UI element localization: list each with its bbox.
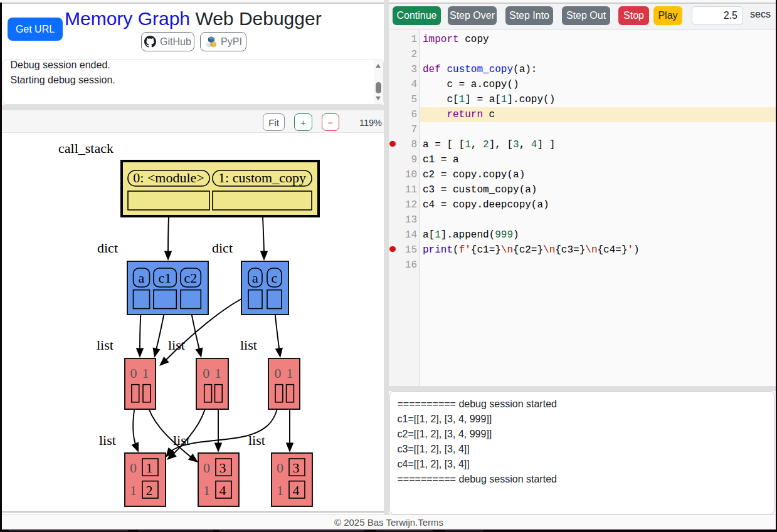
- svg-text:0: <module>: 0: <module>: [133, 170, 204, 185]
- svg-text:1: 1: [287, 365, 293, 381]
- svg-text:3: 3: [293, 460, 300, 476]
- svg-text:c1: c1: [159, 270, 172, 286]
- svg-text:4: 4: [219, 482, 226, 498]
- svg-text:0: 0: [203, 460, 210, 476]
- svg-text:list: list: [248, 432, 265, 448]
- svg-text:0: 0: [277, 460, 283, 476]
- svg-text:0: 0: [275, 365, 282, 381]
- svg-text:a: a: [139, 270, 145, 286]
- svg-text:call_stack: call_stack: [58, 140, 114, 156]
- svg-text:0: 0: [130, 460, 137, 476]
- svg-text:c2: c2: [184, 270, 198, 286]
- svg-text:4: 4: [293, 482, 300, 498]
- svg-text:1: 1: [214, 365, 221, 381]
- svg-text:a: a: [252, 270, 258, 286]
- svg-text:list: list: [173, 432, 190, 448]
- svg-text:0: 0: [203, 365, 209, 381]
- svg-text:1: 1: [146, 460, 153, 476]
- svg-text:list: list: [97, 337, 114, 353]
- svg-text:1: 1: [277, 482, 283, 498]
- svg-text:c: c: [272, 270, 278, 286]
- svg-text:1: custom_copy: 1: custom_copy: [218, 170, 306, 185]
- svg-text:dict: dict: [97, 240, 118, 256]
- svg-text:1: 1: [130, 482, 137, 498]
- svg-text:list: list: [99, 432, 116, 448]
- svg-text:0: 0: [130, 365, 137, 381]
- svg-text:1: 1: [142, 365, 149, 381]
- svg-text:list: list: [240, 337, 257, 353]
- svg-text:2: 2: [146, 482, 153, 498]
- svg-text:list: list: [168, 337, 185, 353]
- svg-text:dict: dict: [212, 240, 233, 256]
- svg-text:3: 3: [219, 460, 226, 476]
- svg-text:1: 1: [203, 482, 210, 498]
